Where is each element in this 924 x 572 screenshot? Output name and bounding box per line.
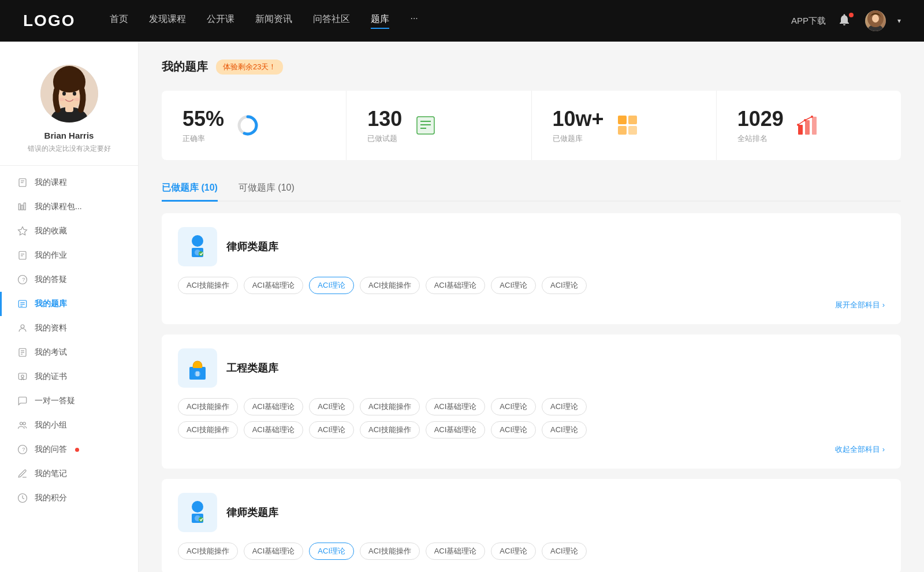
qbank-tag-2[interactable]: ACI理论	[309, 277, 354, 294]
nav-more[interactable]: ···	[410, 13, 418, 29]
qbank-eng-tag-8[interactable]: ACI基础理论	[244, 421, 304, 439]
svg-text:?: ?	[22, 277, 25, 283]
sidebar-item-notes[interactable]: 我的笔记	[0, 462, 138, 486]
qbank-eng-tag-12[interactable]: ACI理论	[491, 421, 536, 439]
stat-site-rank-value-block: 1029 全站排名	[737, 107, 784, 144]
nav-home[interactable]: 首页	[110, 13, 128, 29]
qbank-tag-l2-3[interactable]: ACI技能操作	[360, 543, 420, 560]
sidebar-item-my-qa[interactable]: ? 我的问答	[0, 437, 138, 462]
svg-point-60	[192, 235, 203, 247]
qbank-tag-l2-5[interactable]: ACI理论	[491, 543, 536, 560]
sidebar-item-my-courses[interactable]: 我的课程	[0, 170, 138, 195]
nav-discover[interactable]: 发现课程	[149, 13, 186, 29]
qbank-tag-l2-0[interactable]: ACI技能操作	[178, 543, 238, 560]
qbank-tag-l2-4[interactable]: ACI基础理论	[426, 543, 486, 560]
bar-chart-icon	[795, 113, 819, 138]
qbank-eng-tag-4[interactable]: ACI基础理论	[426, 398, 486, 415]
qbank-title-engineer: 工程类题库	[226, 361, 278, 375]
qbank-eng-tag-5[interactable]: ACI理论	[491, 398, 536, 415]
nav-bank[interactable]: 题库	[371, 13, 389, 29]
qbank-expand-lawyer-1[interactable]: 展开全部科目 ›	[835, 300, 885, 310]
qbank-tag-l2-2[interactable]: ACI理论	[309, 543, 354, 560]
sidebar-item-question-bank[interactable]: 我的题库	[0, 292, 138, 316]
sidebar-label-course-package: 我的课程包...	[35, 202, 82, 212]
engineer-icon	[184, 354, 211, 382]
user-avatar[interactable]	[865, 10, 886, 31]
qa-notification-dot	[75, 448, 79, 452]
svg-text:?: ?	[22, 447, 25, 452]
stat-site-rank: 1029 全站排名	[717, 91, 901, 160]
nav-links: 首页 发现课程 公开课 新闻资讯 问答社区 题库 ···	[110, 13, 768, 29]
qbank-tag-5[interactable]: ACI理论	[491, 277, 536, 294]
sidebar-label-certificate: 我的证书	[35, 372, 67, 382]
sidebar-item-qa[interactable]: ? 我的答疑	[0, 268, 138, 292]
svg-point-37	[23, 422, 26, 425]
svg-rect-53	[628, 126, 637, 135]
qbank-tag-4[interactable]: ACI基础理论	[426, 277, 486, 294]
sidebar-label-qa: 我的答疑	[35, 274, 67, 285]
qbank-expand-engineer[interactable]: 收起全部科目 ›	[835, 444, 885, 455]
qbank-lawyer-2-icon-wrap	[178, 493, 217, 532]
sidebar-item-favorites[interactable]: 我的收藏	[0, 219, 138, 243]
svg-point-35	[21, 375, 24, 378]
svg-point-59	[811, 116, 813, 118]
qbank-eng-tag-9[interactable]: ACI理论	[309, 421, 354, 439]
sidebar-item-one-on-one[interactable]: 一对一答疑	[0, 389, 138, 413]
trial-badge: 体验剩余23天！	[216, 60, 283, 75]
qbank-tag-3[interactable]: ACI技能操作	[360, 277, 420, 294]
svg-point-58	[804, 119, 806, 121]
qbank-eng-tag-0[interactable]: ACI技能操作	[178, 398, 238, 415]
nav-qa[interactable]: 问答社区	[313, 13, 350, 29]
qbank-footer-engineer: 收起全部科目 ›	[178, 444, 885, 455]
svg-rect-56	[812, 117, 817, 135]
qbank-tag-6[interactable]: ACI理论	[542, 277, 587, 294]
stat-site-rank-label: 全站排名	[737, 133, 784, 144]
qbank-tag-0[interactable]: ACI技能操作	[178, 277, 238, 294]
svg-point-11	[59, 98, 65, 101]
svg-point-9	[62, 92, 66, 96]
qbank-tag-l2-6[interactable]: ACI理论	[542, 543, 587, 560]
tab-available-banks[interactable]: 可做题库 (10)	[239, 176, 295, 202]
stat-done-questions-value: 130	[367, 107, 402, 131]
svg-rect-67	[196, 372, 199, 376]
qbank-lawyer-1-icon-wrap	[178, 227, 217, 266]
qbank-eng-tag-11[interactable]: ACI基础理论	[426, 421, 486, 439]
svg-rect-51	[628, 116, 637, 124]
qbank-eng-tag-13[interactable]: ACI理论	[542, 421, 587, 439]
sidebar-item-certificate[interactable]: 我的证书	[0, 365, 138, 389]
app-download-link[interactable]: APP下载	[791, 16, 826, 27]
stat-done-questions-value-block: 130 已做试题	[367, 107, 402, 144]
qbank-eng-tag-3[interactable]: ACI技能操作	[360, 398, 420, 415]
qbank-tag-1[interactable]: ACI基础理论	[244, 277, 304, 294]
sidebar-divider	[0, 165, 138, 166]
sidebar-item-points[interactable]: 我的积分	[0, 486, 138, 510]
sidebar-label-points: 我的积分	[35, 493, 67, 503]
qbank-eng-tag-2[interactable]: ACI理论	[309, 398, 354, 415]
sidebar-user-motto: 错误的决定比没有决定要好	[28, 144, 111, 154]
notification-dot	[849, 13, 854, 17]
tab-done-banks[interactable]: 已做题库 (10)	[162, 176, 218, 202]
nav-opencourse[interactable]: 公开课	[207, 13, 234, 29]
sidebar-item-profile[interactable]: 我的资料	[0, 316, 138, 340]
sidebar-item-group[interactable]: 我的小组	[0, 413, 138, 437]
qbank-eng-tag-1[interactable]: ACI基础理论	[244, 398, 304, 415]
user-dropdown-arrow[interactable]: ▾	[897, 17, 901, 25]
qbank-tags-lawyer-1: ACI技能操作 ACI基础理论 ACI理论 ACI技能操作 ACI基础理论 AC…	[178, 277, 885, 294]
svg-point-29	[21, 325, 24, 328]
qbank-title-lawyer-1: 律师类题库	[226, 240, 278, 254]
nav-news[interactable]: 新闻资讯	[255, 13, 292, 29]
svg-point-10	[73, 92, 76, 96]
sidebar-item-homework[interactable]: 我的作业	[0, 243, 138, 268]
qbank-tag-l2-1[interactable]: ACI基础理论	[244, 543, 304, 560]
lawyer-1-icon	[184, 233, 211, 261]
qbank-eng-tag-10[interactable]: ACI技能操作	[360, 421, 420, 439]
qbank-eng-tag-6[interactable]: ACI理论	[542, 398, 587, 415]
notification-bell[interactable]	[837, 13, 854, 29]
sidebar-item-course-package[interactable]: 我的课程包...	[0, 195, 138, 219]
qbank-eng-tag-7[interactable]: ACI技能操作	[178, 421, 238, 439]
sidebar: Brian Harris 错误的决定比没有决定要好 我的课程 我的课程包... …	[0, 42, 139, 572]
sidebar-label-notes: 我的笔记	[35, 469, 67, 479]
sidebar-label-profile: 我的资料	[35, 323, 67, 333]
sidebar-item-exam[interactable]: 我的考试	[0, 340, 138, 365]
stat-correct-rate: 55% 正确率	[162, 91, 346, 160]
